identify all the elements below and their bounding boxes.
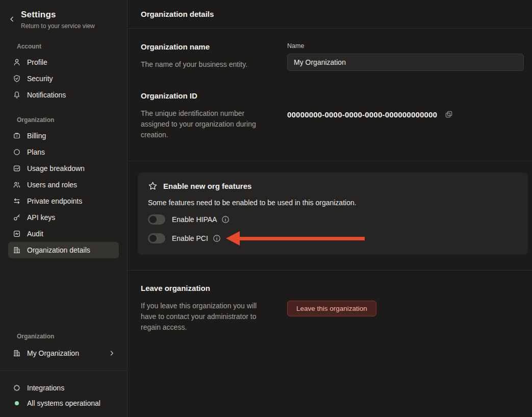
org-name-input[interactable]	[287, 54, 524, 71]
org-name-description: The name of your business entity.	[141, 59, 269, 70]
sidebar-header: Settings Return to your service view	[0, 0, 127, 30]
leave-title: Leave organization	[141, 284, 287, 292]
sidebar-item-label: Usage breakdown	[27, 164, 85, 173]
wallet-icon	[13, 132, 21, 140]
status-dot-icon	[15, 401, 19, 405]
card-title: Enable new org features	[163, 182, 251, 190]
status-label: All systems operational	[27, 399, 100, 407]
chevron-right-icon	[109, 350, 115, 356]
toggle-knob	[149, 235, 157, 242]
enable-pci-toggle[interactable]	[148, 233, 165, 243]
sidebar-titles: Settings Return to your service view	[21, 10, 95, 30]
copy-button[interactable]	[444, 110, 453, 119]
users-icon	[13, 181, 21, 189]
sidebar-item-plans[interactable]: Plans	[8, 144, 119, 160]
sidebar-item-users-and-roles[interactable]: Users and roles	[8, 177, 119, 193]
sidebar-item-audit[interactable]: Audit	[8, 226, 119, 242]
sidebar-footer: Integrations All systems operational	[0, 371, 127, 417]
sidebar-item-label: Audit	[27, 230, 43, 238]
card-description: Some features need to be enabled to be u…	[148, 199, 518, 207]
org-switcher-value: My Organization	[27, 349, 79, 357]
system-status-link[interactable]: All systems operational	[8, 396, 119, 411]
page-title: Settings	[21, 10, 95, 20]
bell-icon	[13, 91, 21, 99]
leave-organization-button[interactable]: Leave this organization	[287, 301, 376, 316]
sidebar-item-api-keys[interactable]: API keys	[8, 209, 119, 226]
leave-organization-section: Leave organization If you leave this org…	[128, 271, 532, 333]
sidebar-item-label: Organization details	[27, 246, 90, 254]
org-switcher-label: Organization	[17, 333, 127, 340]
arrow-head	[226, 231, 240, 246]
sidebar: Settings Return to your service view Acc…	[0, 0, 128, 417]
card-title-row: Enable new org features	[148, 181, 518, 191]
chevron-left-icon	[9, 16, 15, 22]
leave-description: If you leave this organization you will …	[141, 301, 269, 333]
features-block: Enable new org features Some features ne…	[128, 161, 532, 271]
hipaa-info-icon[interactable]	[221, 215, 230, 224]
enable-hipaa-toggle[interactable]	[148, 214, 165, 225]
sidebar-item-billing[interactable]: Billing	[8, 128, 119, 144]
account-nav: Profile Security Notifications	[0, 54, 127, 103]
pci-info-icon[interactable]	[213, 234, 221, 242]
org-id-value: 00000000-0000-0000-0000-000000000000	[287, 110, 437, 119]
sidebar-item-profile[interactable]: Profile	[8, 54, 119, 70]
sidebar-item-security[interactable]: Security	[8, 70, 119, 87]
annotation-arrow-icon	[226, 231, 365, 246]
organization-nav: Billing Plans Usage breakdown Users and …	[0, 128, 127, 258]
enable-features-card: Enable new org features Some features ne…	[138, 173, 528, 255]
building-icon	[13, 246, 21, 254]
organization-section-label: Organization	[17, 116, 127, 124]
main-header-title: Organization details	[141, 10, 214, 18]
org-id-row: 00000000-0000-0000-0000-000000000000	[287, 91, 524, 119]
main-header: Organization details	[128, 0, 532, 29]
sidebar-item-organization-details[interactable]: Organization details	[8, 242, 119, 258]
toggle-knob	[149, 216, 157, 223]
pci-toggle-row: Enable PCI	[148, 232, 518, 244]
name-field-label: Name	[287, 42, 524, 50]
sidebar-spacer	[0, 258, 127, 320]
key-icon	[13, 213, 21, 222]
integrations-label: Integrations	[27, 384, 64, 392]
circle-icon	[13, 148, 21, 156]
sidebar-item-notifications[interactable]: Notifications	[8, 87, 119, 103]
sidebar-item-label: Profile	[27, 58, 47, 66]
org-name-title: Organization name	[141, 42, 287, 51]
sidebar-item-label: Plans	[27, 148, 45, 156]
org-name-left-col: Organization name The name of your busin…	[141, 42, 287, 71]
org-id-description: The unique identification number assigne…	[141, 108, 269, 140]
audit-icon	[13, 230, 21, 238]
sidebar-item-label: Billing	[27, 132, 46, 140]
star-icon	[148, 181, 158, 191]
swap-arrows-icon	[13, 197, 21, 205]
sidebar-item-label: Notifications	[27, 91, 66, 99]
back-subtitle: Return to your service view	[21, 22, 95, 30]
building-icon	[13, 349, 21, 357]
sidebar-item-private-endpoints[interactable]: Private endpoints	[8, 193, 119, 209]
leave-block: Leave organization If you leave this org…	[128, 271, 532, 333]
person-icon	[13, 58, 21, 66]
chart-icon	[13, 164, 21, 173]
sidebar-item-label: Security	[27, 75, 53, 83]
back-button[interactable]	[8, 14, 16, 24]
hipaa-toggle-label: Enable HIPAA	[172, 215, 217, 224]
sidebar-item-usage-breakdown[interactable]: Usage breakdown	[8, 160, 119, 177]
org-id-left-col: Organization ID The unique identificatio…	[141, 91, 287, 140]
leave-left-col: Leave organization If you leave this org…	[141, 284, 287, 333]
sidebar-item-label: Private endpoints	[27, 197, 82, 205]
org-id-right-col: 00000000-0000-0000-0000-000000000000	[287, 91, 524, 140]
organization-id-section: Organization ID The unique identificatio…	[128, 71, 532, 161]
pci-toggle-label: Enable PCI	[172, 234, 208, 242]
organization-name-section: Organization name The name of your busin…	[128, 29, 532, 71]
copy-icon	[444, 110, 453, 119]
puzzle-icon	[13, 384, 21, 392]
arrow-tail	[240, 237, 365, 240]
hipaa-toggle-row: Enable HIPAA	[148, 213, 518, 226]
sidebar-item-label: Users and roles	[27, 181, 77, 189]
account-section-label: Account	[17, 43, 127, 50]
main-content: Organization details Organization name T…	[128, 0, 532, 417]
org-id-title: Organization ID	[141, 91, 287, 100]
leave-right-col: Leave this organization	[287, 284, 524, 333]
sidebar-item-label: API keys	[27, 213, 55, 222]
org-switcher[interactable]: My Organization	[8, 344, 119, 362]
integrations-link[interactable]: Integrations	[8, 380, 119, 396]
